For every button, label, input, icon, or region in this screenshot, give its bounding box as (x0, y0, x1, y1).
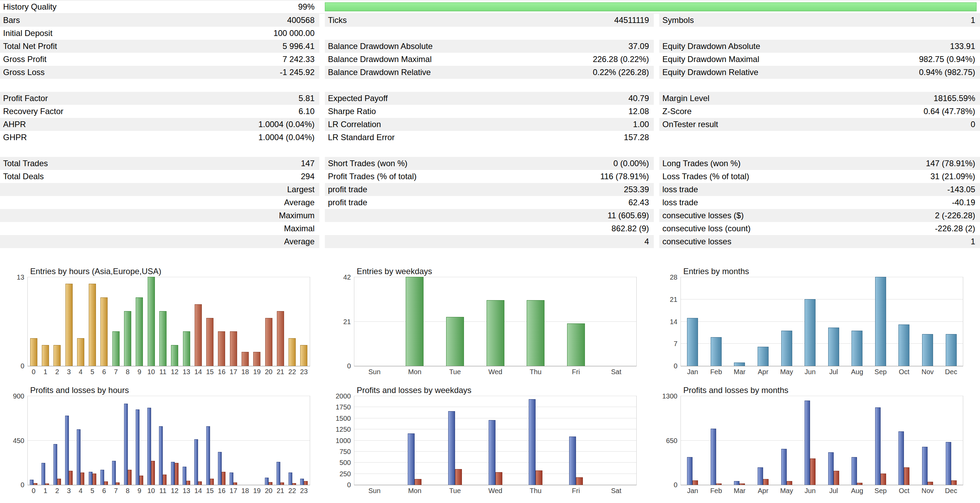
x-tick-label: 6 (99, 368, 110, 376)
stat-cell (659, 131, 980, 144)
y-tick-label: 1750 (336, 404, 355, 411)
column-gap (319, 92, 325, 105)
x-tick-label: 14 (192, 487, 204, 495)
stat-label: loss trade (659, 196, 952, 209)
bar (140, 476, 143, 485)
bar (104, 481, 108, 485)
stats-row: Recovery Factor6.10Sharpe Ratio12.08Z-Sc… (0, 105, 980, 118)
bar-slot (51, 277, 63, 366)
x-tick-label: 14 (192, 368, 204, 376)
column-gap (654, 27, 659, 40)
x-tick-label: 1 (40, 487, 51, 495)
bar (951, 481, 957, 485)
bar-slot (99, 396, 110, 485)
stat-label (0, 235, 284, 248)
column-gap (319, 222, 325, 235)
bar (527, 300, 544, 366)
stat-label (0, 222, 284, 235)
x-tick-label: Jan (681, 368, 705, 376)
stat-value: 100 000.00 (274, 27, 319, 40)
stat-cell: 11 (605.69) (325, 209, 654, 222)
stat-value: Maximal (284, 222, 319, 235)
bar (124, 404, 128, 485)
chart-6: Profits and losses by months06501300JanF… (653, 379, 980, 495)
x-tick-label: Aug (845, 368, 869, 376)
y-tick-label: 0 (21, 481, 28, 488)
stat-label: Total Deals (0, 170, 301, 183)
y-tick-label: 7 (674, 340, 681, 347)
stat-label: profit trade (325, 183, 624, 196)
stat-value: 116 (78.91%) (600, 170, 654, 183)
stat-value: -143.05 (947, 183, 980, 196)
stat-value: 5 996.41 (283, 40, 319, 53)
chart-title: Entries by hours (Asia,Europe,USA) (30, 267, 161, 276)
bar-slot (435, 277, 475, 366)
bar (65, 284, 73, 366)
stat-value: 2 (-226.28) (935, 209, 980, 222)
bar (828, 328, 839, 366)
stat-value: 147 (301, 157, 319, 170)
stat-cell: Z-Score0.64 (47.78%) (659, 105, 980, 118)
bar-slot (939, 277, 963, 366)
stat-value: 133.91 (950, 40, 980, 53)
chart-plot-area: 02142SunMonTueWedThuFriSat (354, 277, 636, 366)
stats-row: History Quality99% (0, 0, 980, 14)
bar-slot (751, 396, 775, 485)
stat-cell: Ticks44511119 (325, 14, 654, 27)
bar-slot (845, 277, 869, 366)
bar-slot (228, 277, 239, 366)
x-tick-label: Sep (869, 487, 892, 495)
chart-title: Entries by weekdays (357, 267, 432, 276)
chart-title: Profits and losses by hours (30, 385, 129, 395)
bar-slot (728, 277, 751, 366)
x-tick-label: 11 (157, 487, 169, 495)
bar-slot (239, 396, 251, 485)
bar (269, 482, 272, 485)
stat-value: 12.08 (628, 105, 654, 118)
bar-slot (216, 396, 228, 485)
x-tick-label: 15 (204, 368, 216, 376)
x-tick-label: Nov (916, 487, 940, 495)
stat-label (325, 235, 644, 248)
bar (159, 311, 167, 366)
bar-slot (28, 277, 40, 366)
stat-label (659, 27, 975, 40)
x-tick-label: 9 (134, 368, 145, 376)
stat-label (0, 209, 279, 222)
stat-cell: Loss Trades (% of total)31 (21.09%) (659, 170, 980, 183)
bar (151, 461, 155, 485)
x-tick-label: Jan (681, 487, 705, 495)
x-tick-label: Jun (799, 368, 822, 376)
stat-label: Bars (0, 14, 287, 27)
stats-row: Profit Factor5.81Expected Payoff40.79Mar… (0, 92, 980, 105)
bar (186, 481, 190, 485)
stats-row (0, 144, 980, 157)
bar (881, 474, 886, 485)
bar-slot (157, 396, 169, 485)
stat-value: 1.00 (633, 118, 654, 131)
bar-slot (192, 277, 204, 366)
stats-row: AHPR1.0004 (0.04%)LR Correlation1.00OnTe… (0, 118, 980, 131)
bar (195, 304, 202, 366)
stat-value: 7 242.33 (283, 53, 319, 66)
bar (112, 331, 119, 366)
stat-value: Average (284, 196, 319, 209)
y-tick-label: 650 (666, 437, 681, 444)
stat-cell: Initial Deposit100 000.00 (0, 27, 319, 40)
bar-slot (845, 396, 869, 485)
bar-slot (869, 277, 892, 366)
x-tick-label: Feb (705, 368, 728, 376)
bars-container (681, 277, 963, 366)
stat-cell: Balance Drawdown Relative0.22% (226.28) (325, 66, 654, 79)
x-tick-label: Jun (799, 487, 822, 495)
x-tick-label: 21 (274, 368, 286, 376)
x-tick-label: 0 (28, 368, 40, 376)
bar (81, 473, 84, 485)
x-tick-label: Sat (596, 368, 636, 376)
y-tick-label: 42 (344, 274, 354, 281)
bar (218, 331, 225, 366)
x-tick-label: 8 (122, 487, 133, 495)
x-tick-label: 13 (181, 487, 192, 495)
bar (576, 477, 583, 485)
column-gap (319, 196, 325, 209)
